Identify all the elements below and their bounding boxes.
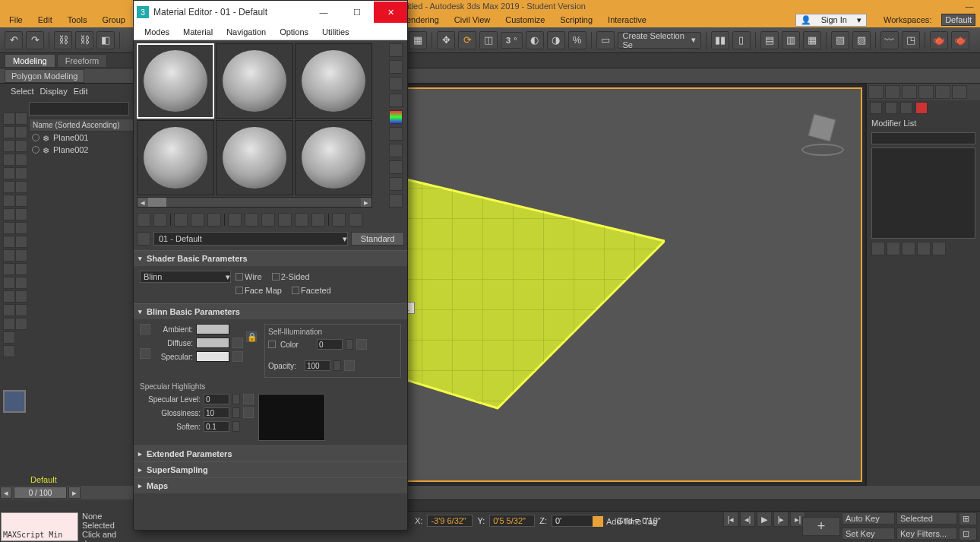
- rollout-header[interactable]: SuperSampling: [134, 462, 407, 477]
- diffuse-specular-lock-icon[interactable]: [140, 348, 150, 359]
- tab-freeform[interactable]: Freeform: [57, 54, 108, 67]
- time-prev[interactable]: ◂: [0, 487, 12, 499]
- tb-k[interactable]: ▧: [831, 31, 849, 49]
- specular-map-button[interactable]: [232, 351, 243, 362]
- bind-button[interactable]: ◧: [96, 31, 115, 49]
- speclevel-map-button[interactable]: [243, 394, 254, 404]
- get-material-icon[interactable]: [137, 213, 150, 227]
- scene-tab-display[interactable]: Display: [40, 87, 68, 96]
- menu-tools[interactable]: Tools: [60, 14, 95, 26]
- diffuse-swatch[interactable]: [196, 338, 229, 348]
- scene-tab-edit[interactable]: Edit: [74, 87, 88, 96]
- motion-tab[interactable]: [918, 85, 934, 99]
- color-swatch[interactable]: [915, 102, 928, 114]
- close-icon[interactable]: ✕: [374, 2, 407, 23]
- filter-icon[interactable]: [15, 277, 27, 289]
- filter-icon[interactable]: [15, 181, 27, 193]
- show-end-result-icon[interactable]: [311, 213, 325, 227]
- freeze-icon[interactable]: ❄: [43, 146, 50, 154]
- filter-icon[interactable]: [15, 249, 27, 261]
- z-input[interactable]: 0': [552, 515, 597, 527]
- scroll-left-icon[interactable]: ◂: [138, 198, 148, 207]
- modify-tab[interactable]: [885, 85, 900, 99]
- visibility-icon[interactable]: [32, 146, 40, 154]
- mtl-id-icon[interactable]: [278, 213, 292, 227]
- nav-icon[interactable]: ⊞: [959, 512, 977, 525]
- material-slot[interactable]: [295, 43, 372, 119]
- tb-g[interactable]: ▯: [732, 31, 751, 49]
- filter-icon[interactable]: [15, 167, 27, 179]
- material-slot[interactable]: [137, 120, 214, 195]
- make-unique-icon[interactable]: [245, 213, 258, 227]
- utilities-tab[interactable]: [952, 85, 967, 99]
- menu-modes[interactable]: Modes: [138, 26, 175, 38]
- spinner-arrows[interactable]: [334, 360, 341, 371]
- opacity-map-button[interactable]: [344, 360, 355, 371]
- material-slot[interactable]: [137, 43, 214, 119]
- ambient-diffuse-lock-icon[interactable]: [140, 324, 150, 334]
- tb-f[interactable]: ▮▮: [711, 31, 729, 49]
- options-icon[interactable]: [389, 144, 403, 157]
- time-next[interactable]: ▸: [68, 487, 81, 499]
- rollout-header[interactable]: Blinn Basic Parameters: [134, 304, 407, 319]
- configure-icon[interactable]: [932, 242, 946, 255]
- go-parent-icon[interactable]: [332, 213, 346, 227]
- unlink-button[interactable]: ⛓: [75, 31, 93, 49]
- selection-set-combo[interactable]: Create Selection Se ▾: [618, 32, 701, 49]
- tb-a[interactable]: ▦: [409, 31, 427, 49]
- filter-icon[interactable]: [15, 126, 27, 138]
- minimize-button[interactable]: —: [959, 0, 980, 12]
- menu-customize[interactable]: Customize: [498, 14, 552, 26]
- scroll-thumb[interactable]: [148, 198, 166, 207]
- glossiness-map-button[interactable]: [243, 407, 254, 418]
- twosided-checkbox[interactable]: [272, 273, 280, 281]
- tb-d[interactable]: %: [568, 31, 586, 49]
- shader-type-combo[interactable]: Blinn▾: [140, 271, 231, 283]
- make-copy-icon[interactable]: [228, 213, 242, 227]
- mtl-map-nav-icon[interactable]: [389, 177, 403, 191]
- goto-start[interactable]: |◂: [723, 512, 738, 527]
- redo-button[interactable]: ↷: [26, 31, 44, 49]
- filter-icon[interactable]: [15, 236, 27, 248]
- scroll-right-icon[interactable]: ▸: [361, 198, 371, 207]
- tb-e[interactable]: ▭: [596, 31, 615, 49]
- tb-i[interactable]: ▥: [782, 31, 800, 49]
- reset-icon[interactable]: [191, 213, 204, 227]
- menu-options[interactable]: Options: [273, 26, 315, 38]
- backlight-icon[interactable]: [389, 60, 403, 74]
- next-frame[interactable]: |▸: [773, 512, 789, 527]
- tb-c[interactable]: ◑: [547, 31, 565, 49]
- speclevel-spinner[interactable]: 0: [204, 394, 229, 404]
- menu-edit[interactable]: Edit: [30, 14, 60, 26]
- rollout-header[interactable]: Extended Parameters: [134, 446, 407, 461]
- filter-icon[interactable]: [15, 290, 27, 303]
- tb-n[interactable]: ◳: [902, 31, 920, 49]
- scene-column-header[interactable]: Name (Sorted Ascending): [29, 119, 134, 132]
- background-icon[interactable]: [389, 77, 403, 90]
- setkey-button[interactable]: Set Key: [842, 528, 895, 540]
- pick-material-icon[interactable]: [137, 232, 150, 246]
- material-slot[interactable]: [295, 120, 372, 195]
- material-slot[interactable]: [216, 43, 293, 119]
- viewcube[interactable]: [800, 112, 846, 157]
- filter-icon[interactable]: [3, 345, 15, 357]
- scene-item[interactable]: ❄ Plane002: [29, 144, 134, 156]
- filter-icon[interactable]: [15, 208, 27, 220]
- selfillum-map-button[interactable]: [356, 339, 367, 350]
- menu-file[interactable]: File: [2, 14, 30, 26]
- angle-snap[interactable]: 3°: [501, 32, 523, 49]
- freeze-icon[interactable]: ❄: [43, 134, 50, 141]
- hierarchy-tab[interactable]: [902, 85, 917, 99]
- diffuse-map-button[interactable]: [232, 338, 243, 348]
- filter-icon[interactable]: [15, 304, 27, 316]
- spinner-arrows[interactable]: [232, 407, 240, 418]
- filter-icon[interactable]: [15, 113, 27, 125]
- maxscript-listener[interactable]: MAXScript Min: [1, 512, 78, 541]
- create-tab[interactable]: [868, 85, 884, 99]
- assign-icon[interactable]: [174, 213, 188, 227]
- menu-group[interactable]: Group: [94, 14, 133, 26]
- nav-icon[interactable]: ⊡: [959, 528, 977, 540]
- minimize-icon[interactable]: —: [307, 2, 340, 23]
- tb-h[interactable]: ▤: [760, 31, 779, 49]
- visibility-icon[interactable]: [32, 134, 40, 141]
